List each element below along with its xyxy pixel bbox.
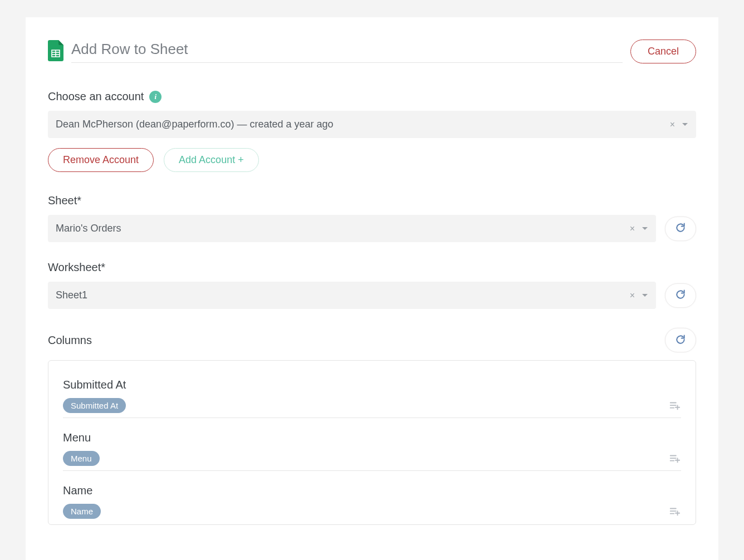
column-item: Menu Menu <box>63 424 681 477</box>
info-icon[interactable]: i <box>149 91 161 103</box>
account-clear-icon[interactable]: × <box>665 120 679 130</box>
add-account-button[interactable]: Add Account + <box>164 148 259 172</box>
account-actions: Remove Account Add Account + <box>48 148 696 172</box>
panel-header: Add Row to Sheet Cancel <box>48 40 696 63</box>
refresh-icon <box>675 289 686 302</box>
worksheet-refresh-button[interactable] <box>665 283 696 308</box>
worksheet-select[interactable]: Sheet1 × <box>48 282 656 309</box>
add-mapping-icon[interactable] <box>669 453 681 465</box>
sheet-section-label: Sheet* <box>48 194 696 207</box>
columns-section-label: Columns <box>48 334 92 347</box>
sheet-section: Sheet* Mario's Orders × <box>48 194 696 242</box>
columns-box: Submitted At Submitted At <box>48 360 696 525</box>
worksheet-clear-icon[interactable]: × <box>625 291 639 301</box>
account-selected-value: Dean McPherson (dean@paperform.co) — cre… <box>56 119 665 130</box>
columns-refresh-button[interactable] <box>665 328 696 352</box>
worksheet-selected-value: Sheet1 <box>56 289 625 301</box>
account-label-text: Choose an account <box>48 90 144 103</box>
title-wrap: Add Row to Sheet <box>71 41 623 63</box>
account-section-label: Choose an account i <box>48 90 696 103</box>
cancel-button[interactable]: Cancel <box>630 40 696 63</box>
mapping-chip[interactable]: Submitted At <box>63 398 126 413</box>
sheet-clear-icon[interactable]: × <box>625 224 639 234</box>
column-label: Menu <box>63 431 681 444</box>
worksheet-section-label: Worksheet* <box>48 261 696 274</box>
refresh-icon <box>675 334 686 347</box>
sheet-selected-value: Mario's Orders <box>56 223 625 234</box>
add-mapping-icon[interactable] <box>669 400 681 412</box>
remove-account-button[interactable]: Remove Account <box>48 148 154 172</box>
sheet-select[interactable]: Mario's Orders × <box>48 215 656 242</box>
panel-title: Add Row to Sheet <box>71 41 623 58</box>
columns-section: Columns Submitted At Submitted At <box>48 328 696 525</box>
column-label: Submitted At <box>63 379 681 391</box>
worksheet-section: Worksheet* Sheet1 × <box>48 261 696 309</box>
account-select[interactable]: Dean McPherson (dean@paperform.co) — cre… <box>48 111 696 138</box>
integration-panel: Add Row to Sheet Cancel Choose an accoun… <box>26 17 718 560</box>
chevron-down-icon[interactable] <box>639 227 648 231</box>
account-section: Choose an account i Dean McPherson (dean… <box>48 90 696 172</box>
chevron-down-icon[interactable] <box>639 293 648 298</box>
chevron-down-icon[interactable] <box>679 122 688 127</box>
refresh-icon <box>675 222 686 235</box>
mapping-chip[interactable]: Name <box>63 504 101 519</box>
google-sheets-icon <box>48 40 63 63</box>
add-mapping-icon[interactable] <box>669 505 681 518</box>
sheet-refresh-button[interactable] <box>665 217 696 241</box>
column-item: Name Name <box>63 477 681 524</box>
column-item: Submitted At Submitted At <box>63 371 681 424</box>
column-label: Name <box>63 484 681 497</box>
mapping-chip[interactable]: Menu <box>63 451 100 466</box>
